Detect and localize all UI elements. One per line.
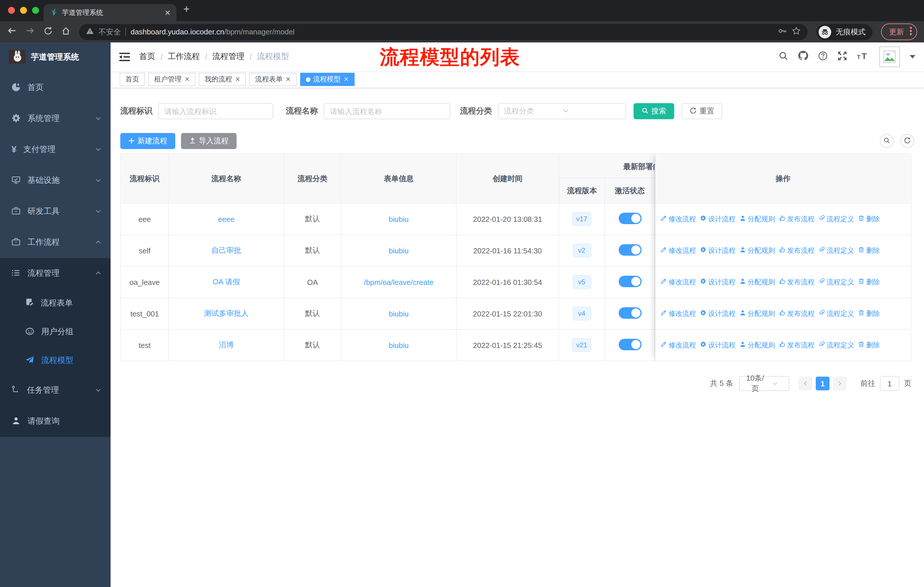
fullscreen-icon[interactable] <box>838 51 847 63</box>
cell-process-name-link[interactable]: eeee <box>218 215 234 223</box>
sidebar-item-infrastructure[interactable]: 基础设施 <box>0 165 111 196</box>
sidebar-item-user-group[interactable]: 用户分组 <box>0 317 111 346</box>
cell-form-info-link[interactable]: /bpm/oa/leave/create <box>364 278 434 286</box>
tag-tenant[interactable]: 租户管理✕ <box>148 73 195 86</box>
tag-process-form[interactable]: 流程表单✕ <box>249 73 297 86</box>
delete-link[interactable]: 删除 <box>858 277 880 287</box>
assign-rule-link[interactable]: 分配规则 <box>739 277 775 287</box>
bookmark-star-icon[interactable] <box>792 26 801 37</box>
active-toggle[interactable] <box>619 212 641 224</box>
delete-link[interactable]: 删除 <box>858 309 880 318</box>
modify-process-link[interactable]: 修改流程 <box>660 309 696 318</box>
page-number-1[interactable]: 1 <box>816 377 830 390</box>
cell-process-name-link[interactable]: 测试多审批人 <box>204 309 249 317</box>
home-icon[interactable] <box>61 26 71 38</box>
back-icon[interactable] <box>7 26 16 38</box>
modify-process-link[interactable]: 修改流程 <box>660 340 696 350</box>
breadcrumb-process-management[interactable]: 流程管理 <box>213 51 244 62</box>
sidebar-item-process-form[interactable]: 流程表单 <box>0 289 111 317</box>
active-toggle[interactable] <box>619 307 641 318</box>
close-icon[interactable]: ✕ <box>235 76 240 83</box>
active-toggle[interactable] <box>619 244 641 255</box>
delete-link[interactable]: 删除 <box>858 246 880 255</box>
cell-form-info-link[interactable]: biubiu <box>389 215 408 223</box>
font-size-icon[interactable]: TT <box>857 51 870 62</box>
process-key-input[interactable] <box>158 103 273 119</box>
sidebar-fold-icon[interactable] <box>119 52 130 62</box>
tag-home[interactable]: 首页 <box>120 73 145 86</box>
browser-tab[interactable]: 芋道管理系统 ✕ <box>43 4 177 21</box>
sidebar-item-workflow[interactable]: 工作流程 <box>0 227 111 258</box>
window-controls[interactable] <box>8 7 39 14</box>
update-menu-button[interactable]: 更新 <box>881 23 917 40</box>
breadcrumb-home[interactable]: 首页 <box>139 51 155 62</box>
publish-process-link[interactable]: 发布流程 <box>779 214 815 224</box>
cell-form-info-link[interactable]: biubiu <box>389 309 408 318</box>
close-icon[interactable]: ✕ <box>285 76 291 83</box>
sidebar-item-process-model[interactable]: 流程模型 <box>0 346 111 375</box>
reset-button[interactable]: 重置 <box>682 103 723 119</box>
url-text[interactable]: dashboard.yudao.iocoder.cn/bpm/manager/m… <box>130 28 773 36</box>
prev-page-button[interactable] <box>799 377 812 390</box>
breadcrumb-workflow[interactable]: 工作流程 <box>168 51 200 62</box>
next-page-button[interactable] <box>833 377 846 390</box>
search-button[interactable]: 搜索 <box>634 103 674 119</box>
assign-rule-link[interactable]: 分配规则 <box>739 309 775 318</box>
toggle-search-button[interactable] <box>880 134 894 148</box>
security-label[interactable]: 不安全 <box>99 26 121 37</box>
active-toggle[interactable] <box>619 275 641 287</box>
design-process-link[interactable]: 设计流程 <box>700 309 736 318</box>
sidebar-item-home[interactable]: 首页 <box>0 72 111 103</box>
design-process-link[interactable]: 设计流程 <box>700 214 736 224</box>
design-process-link[interactable]: 设计流程 <box>700 277 736 287</box>
kebab-menu-icon[interactable] <box>910 26 912 37</box>
process-category-select[interactable]: 流程分类 <box>498 103 626 119</box>
process-definition-link[interactable]: 流程定义 <box>818 277 854 287</box>
minimize-window-button[interactable] <box>20 7 27 14</box>
cell-form-info-link[interactable]: biubiu <box>389 341 408 349</box>
help-icon[interactable] <box>818 51 828 63</box>
process-definition-link[interactable]: 流程定义 <box>818 340 854 350</box>
forward-icon[interactable] <box>25 26 35 38</box>
import-process-button[interactable]: 导入流程 <box>181 133 237 149</box>
user-avatar[interactable] <box>879 46 900 67</box>
modify-process-link[interactable]: 修改流程 <box>660 246 696 255</box>
delete-link[interactable]: 删除 <box>858 340 880 350</box>
sidebar-item-leave-query[interactable]: 请假查询 <box>0 406 111 437</box>
sidebar-item-system[interactable]: 系统管理 <box>0 103 111 134</box>
refresh-table-button[interactable] <box>901 134 914 148</box>
password-key-icon[interactable] <box>778 26 787 37</box>
process-definition-link[interactable]: 流程定义 <box>818 214 854 224</box>
tag-my-process[interactable]: 我的流程✕ <box>199 73 246 86</box>
avatar-caret-icon[interactable] <box>910 55 916 58</box>
publish-process-link[interactable]: 发布流程 <box>779 309 815 318</box>
modify-process-link[interactable]: 修改流程 <box>660 214 696 224</box>
modify-process-link[interactable]: 修改流程 <box>660 277 696 287</box>
assign-rule-link[interactable]: 分配规则 <box>739 340 775 350</box>
sidebar-item-payment[interactable]: ¥ 支付管理 <box>0 134 111 165</box>
sidebar-item-process-management[interactable]: 流程管理 <box>0 258 111 289</box>
new-tab-button[interactable]: + <box>183 3 190 15</box>
assign-rule-link[interactable]: 分配规则 <box>739 246 775 255</box>
tab-close-icon[interactable]: ✕ <box>164 8 171 17</box>
close-window-button[interactable] <box>8 7 15 14</box>
close-icon[interactable]: ✕ <box>343 76 348 83</box>
cell-process-name-link[interactable]: OA 请假 <box>213 278 240 286</box>
search-icon[interactable] <box>779 51 788 63</box>
process-definition-link[interactable]: 流程定义 <box>818 246 854 255</box>
sidebar-item-task-management[interactable]: 任务管理 <box>0 375 111 406</box>
delete-link[interactable]: 删除 <box>858 214 880 224</box>
process-name-input[interactable] <box>323 103 450 119</box>
cell-form-info-link[interactable]: biubiu <box>389 246 408 255</box>
assign-rule-link[interactable]: 分配规则 <box>739 214 775 224</box>
goto-page-input[interactable] <box>880 376 899 391</box>
active-toggle[interactable] <box>619 339 641 350</box>
reload-icon[interactable] <box>43 26 53 38</box>
tag-process-model[interactable]: 流程模型✕ <box>300 73 354 86</box>
publish-process-link[interactable]: 发布流程 <box>779 277 815 287</box>
close-icon[interactable]: ✕ <box>185 76 190 83</box>
create-process-button[interactable]: 新建流程 <box>120 133 175 149</box>
maximize-window-button[interactable] <box>32 7 39 14</box>
page-size-select[interactable]: 10条/页 <box>739 376 789 391</box>
sidebar-item-dev-tools[interactable]: 研发工具 <box>0 196 111 227</box>
